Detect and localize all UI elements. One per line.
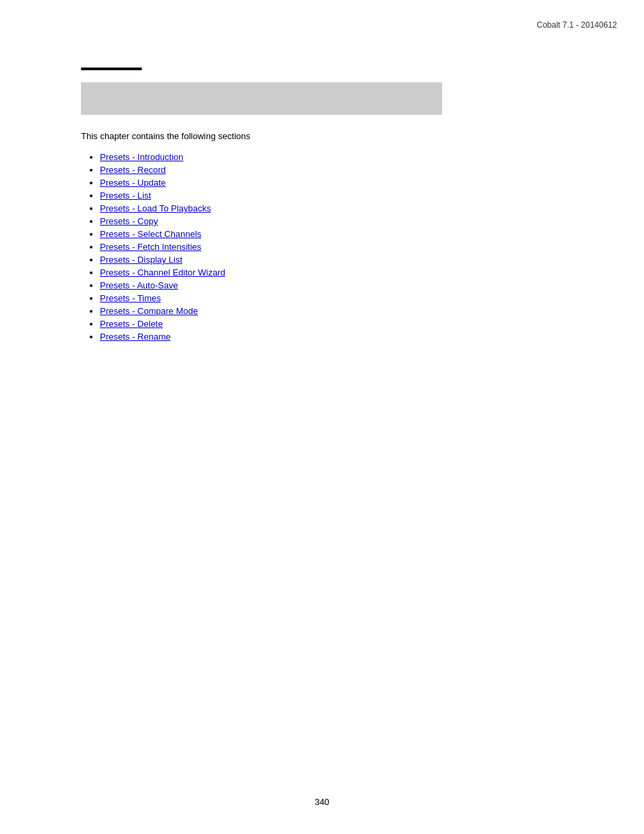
chapter-header-box xyxy=(81,82,442,115)
toc-item: Presets - Rename xyxy=(100,332,603,342)
toc-link[interactable]: Presets - Rename xyxy=(100,332,171,342)
toc-link[interactable]: Presets - Delete xyxy=(100,319,163,329)
intro-text: This chapter contains the following sect… xyxy=(81,131,603,141)
toc-item: Presets - Fetch Intensities xyxy=(100,242,603,252)
toc-item: Presets - Load To Playbacks xyxy=(100,203,603,213)
toc-link[interactable]: Presets - Record xyxy=(100,165,166,175)
toc-link[interactable]: Presets - Select Channels xyxy=(100,229,201,239)
page-number: 340 xyxy=(315,797,329,807)
toc-item: Presets - Auto-Save xyxy=(100,280,603,290)
toc-item: Presets - Select Channels xyxy=(100,229,603,239)
toc-item: Presets - Display List xyxy=(100,255,603,265)
toc-item: Presets - Delete xyxy=(100,319,603,329)
version-label: Cobalt 7.1 - 20140612 xyxy=(537,20,617,30)
toc-link[interactable]: Presets - List xyxy=(100,190,151,201)
toc-link[interactable]: Presets - Fetch Intensities xyxy=(100,242,201,252)
toc-link[interactable]: Presets - Display List xyxy=(100,255,182,265)
toc-item: Presets - Update xyxy=(100,178,603,188)
toc-link[interactable]: Presets - Copy xyxy=(100,216,158,226)
toc-list: Presets - IntroductionPresets - RecordPr… xyxy=(81,152,603,342)
chapter-title-underline xyxy=(81,68,142,70)
toc-link[interactable]: Presets - Compare Mode xyxy=(100,306,198,316)
toc-item: Presets - Times xyxy=(100,293,603,303)
toc-item: Presets - Record xyxy=(100,165,603,175)
toc-item: Presets - Copy xyxy=(100,216,603,226)
toc-item: Presets - Introduction xyxy=(100,152,603,162)
toc-link[interactable]: Presets - Auto-Save xyxy=(100,280,178,290)
toc-link[interactable]: Presets - Update xyxy=(100,178,166,188)
toc-link[interactable]: Presets - Load To Playbacks xyxy=(100,203,211,213)
toc-link[interactable]: Presets - Introduction xyxy=(100,152,184,162)
toc-item: Presets - Compare Mode xyxy=(100,306,603,316)
toc-link[interactable]: Presets - Times xyxy=(100,293,161,303)
toc-item: Presets - List xyxy=(100,190,603,201)
toc-link[interactable]: Presets - Channel Editor Wizard xyxy=(100,267,225,278)
toc-item: Presets - Channel Editor Wizard xyxy=(100,267,603,278)
